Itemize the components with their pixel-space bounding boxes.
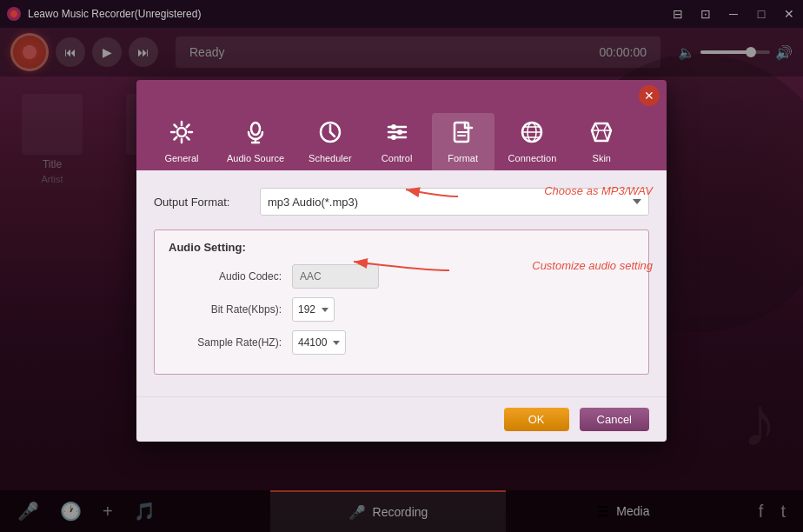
minimize-button[interactable]: ─ bbox=[720, 0, 747, 28]
tab-skin[interactable]: Skin bbox=[570, 113, 633, 170]
format-select[interactable]: mp3 Audio(*.mp3) WAV Audio(*.wav) AAC Au… bbox=[260, 188, 649, 216]
format-tab-icon bbox=[451, 120, 475, 150]
scheduler-tab-label: Scheduler bbox=[309, 153, 352, 163]
app-title: Leawo Music Recorder(Unregistered) bbox=[28, 8, 664, 20]
svg-point-2 bbox=[177, 128, 186, 136]
title-bar: Leawo Music Recorder(Unregistered) ⊟ ⊡ ─… bbox=[0, 0, 803, 28]
restore-button[interactable]: ⊡ bbox=[692, 0, 720, 28]
general-tab-label: General bbox=[164, 153, 198, 163]
svg-point-3 bbox=[251, 123, 260, 135]
bitrate-label: Bit Rate(Kbps): bbox=[169, 303, 282, 316]
dialog-close-button[interactable]: ✕ bbox=[639, 85, 660, 106]
codec-label: Audio Codec: bbox=[169, 270, 282, 283]
tab-control[interactable]: Control bbox=[366, 113, 428, 170]
dialog-overlay: ✕ General bbox=[0, 28, 803, 532]
tab-connection[interactable]: Connection bbox=[498, 113, 567, 170]
window-controls: ⊟ ⊡ ─ □ ✕ bbox=[664, 0, 803, 28]
audio-source-tab-label: Audio Source bbox=[227, 153, 284, 163]
audio-setting-box: Audio Setting: Audio Codec: AAC Bit Rate… bbox=[154, 229, 649, 375]
svg-point-1 bbox=[10, 10, 17, 17]
dialog-footer: OK Cancel bbox=[136, 396, 667, 442]
app-icon bbox=[5, 5, 23, 23]
samplerate-label: Sample Rate(HZ): bbox=[169, 336, 282, 349]
output-format-row: Output Format: mp3 Audio(*.mp3) WAV Audi… bbox=[154, 188, 649, 216]
svg-point-14 bbox=[391, 135, 396, 140]
codec-value: AAC bbox=[292, 264, 379, 289]
close-button[interactable]: ✕ bbox=[775, 0, 803, 28]
skin-tab-label: Skin bbox=[593, 153, 611, 163]
dialog-close-row: ✕ bbox=[136, 80, 667, 106]
dialog-body: Output Format: mp3 Audio(*.mp3) WAV Audi… bbox=[136, 170, 667, 396]
control-tab-icon bbox=[385, 120, 409, 150]
tab-general[interactable]: General bbox=[150, 113, 213, 170]
output-format-label: Output Format: bbox=[154, 196, 249, 209]
general-tab-icon bbox=[169, 120, 194, 150]
audio-setting-title: Audio Setting: bbox=[169, 241, 634, 254]
tab-format[interactable]: Format bbox=[432, 113, 494, 170]
ok-button[interactable]: OK bbox=[504, 408, 569, 431]
skin-tab-icon bbox=[589, 120, 614, 150]
settings-dialog: ✕ General bbox=[136, 80, 667, 442]
codec-row: Audio Codec: AAC bbox=[169, 264, 634, 289]
settings-tab-bar: General Audio Source bbox=[136, 106, 667, 170]
samplerate-select[interactable]: 22050 44100 48000 bbox=[292, 330, 346, 355]
tab-audio-source[interactable]: Audio Source bbox=[216, 113, 295, 170]
bitrate-select[interactable]: 64 128 192 256 320 bbox=[292, 297, 335, 322]
connection-tab-icon bbox=[520, 120, 544, 150]
format-tab-label: Format bbox=[448, 153, 478, 163]
svg-line-8 bbox=[330, 132, 335, 136]
samplerate-row: Sample Rate(HZ): 22050 44100 48000 bbox=[169, 330, 634, 355]
restore-small-button[interactable]: ⊟ bbox=[664, 0, 692, 28]
bitrate-row: Bit Rate(Kbps): 64 128 192 256 320 bbox=[169, 297, 634, 322]
svg-point-12 bbox=[391, 124, 396, 130]
svg-point-13 bbox=[397, 130, 402, 135]
cancel-button[interactable]: Cancel bbox=[580, 408, 649, 431]
audio-source-tab-icon bbox=[243, 120, 268, 150]
tab-scheduler[interactable]: Scheduler bbox=[298, 113, 362, 170]
maximize-button[interactable]: □ bbox=[747, 0, 775, 28]
control-tab-label: Control bbox=[382, 153, 412, 163]
connection-tab-label: Connection bbox=[508, 153, 557, 163]
scheduler-tab-icon bbox=[318, 120, 342, 150]
